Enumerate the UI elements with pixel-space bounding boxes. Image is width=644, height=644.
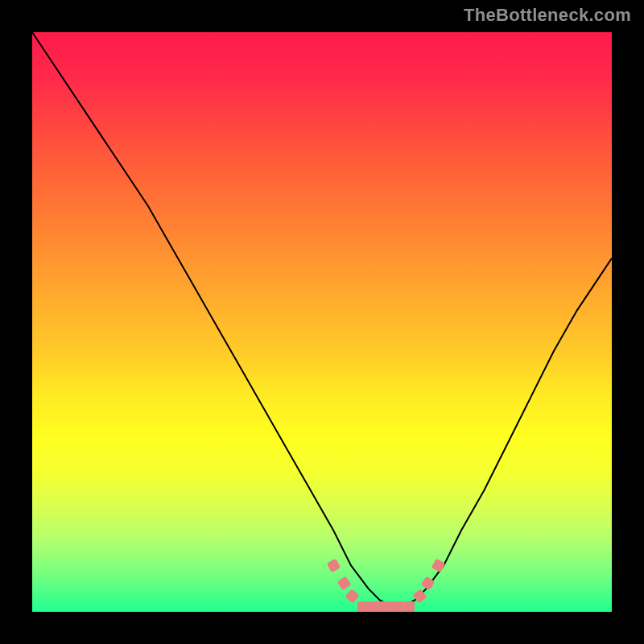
curve-line <box>32 32 612 606</box>
bottleneck-curve <box>32 32 612 612</box>
plot-area <box>32 32 612 612</box>
chart-container: TheBottleneck.com <box>0 0 644 644</box>
watermark-text: TheBottleneck.com <box>464 5 631 26</box>
